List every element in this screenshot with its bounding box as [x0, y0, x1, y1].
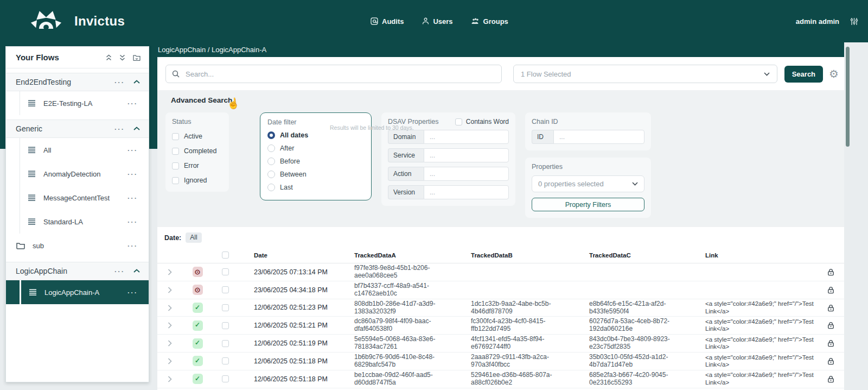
radio-button[interactable] [267, 171, 275, 178]
checkbox-active[interactable]: Active [172, 133, 222, 140]
lock-icon[interactable] [827, 339, 834, 347]
cell-link: <a style="color:#42a6e9;" href="/">Test … [694, 335, 817, 352]
radio-button[interactable] [267, 144, 275, 152]
sidebar-item-sub[interactable]: sub ··· [6, 234, 149, 257]
row-checkbox[interactable] [222, 375, 229, 382]
cell-link [694, 271, 817, 273]
ellipsis-menu-icon[interactable]: ··· [127, 194, 138, 202]
lock-icon[interactable] [827, 357, 834, 365]
sidebar-item-e2e-testing-la[interactable]: E2E-Testing-LA ··· [6, 91, 149, 115]
search-button[interactable]: Search [784, 66, 823, 83]
ellipsis-menu-icon[interactable]: ··· [114, 267, 125, 275]
lock-icon[interactable] [827, 322, 834, 329]
radio-button[interactable] [267, 184, 275, 191]
flow-selector-dropdown[interactable]: 1 Flow Selected [513, 65, 777, 83]
nav-audits[interactable]: Audits [371, 17, 404, 26]
checkbox-completed[interactable]: Completed [172, 147, 222, 155]
lock-icon[interactable] [827, 304, 834, 312]
row-expand-chevron[interactable] [168, 322, 172, 329]
ellipsis-menu-icon[interactable]: ··· [127, 146, 138, 154]
select-all-checkbox[interactable] [222, 251, 229, 259]
user-name[interactable]: admin admin [796, 17, 839, 26]
contains-word-checkbox[interactable]: Contains Word [455, 118, 509, 125]
sidebar-item-logicappchain-a[interactable]: LogicAppChain-A ··· [6, 280, 149, 304]
advanced-search-title[interactable]: Advanced Search [171, 96, 844, 104]
date-chip-value[interactable]: All [186, 232, 201, 243]
row-expand-chevron[interactable] [168, 287, 172, 293]
action-input[interactable]: ... [424, 167, 509, 181]
cell-trackeddataa: dc860a79-98f4-4f09-baac-dfaf640538f0 [344, 317, 461, 334]
table-body: ⊙ 23/06/2025 07:13:14 PM f97fe3f8-9e8d-4… [157, 263, 844, 390]
property-filters-button[interactable]: Property Filters [532, 198, 644, 211]
chevron-up-icon[interactable] [133, 269, 140, 273]
row-checkbox[interactable] [222, 304, 229, 311]
radio-button[interactable] [267, 158, 275, 165]
radio-after[interactable]: After [267, 144, 364, 152]
checkbox[interactable] [455, 118, 462, 125]
ellipsis-menu-icon[interactable]: ··· [127, 170, 138, 178]
row-expand-chevron[interactable] [168, 305, 172, 311]
cell-trackeddatac: 843dc0b4-7be3-4809-8923-e23c75df2835 [578, 335, 694, 352]
search-input[interactable] [184, 70, 495, 79]
ellipsis-menu-icon[interactable]: ··· [127, 99, 138, 108]
sidebar-item-standard-la[interactable]: Standard-LA ··· [6, 210, 149, 234]
nav-groups[interactable]: Groups [471, 17, 508, 26]
ellipsis-menu-icon[interactable]: ··· [127, 242, 138, 250]
nav-users[interactable]: Users [422, 17, 452, 26]
chain-id-input[interactable]: ... [553, 130, 644, 144]
radio-between[interactable]: Between [267, 171, 364, 178]
expand-all-icon[interactable] [119, 54, 125, 61]
row-expand-chevron[interactable] [168, 376, 172, 382]
sidebar-group-logicappchain[interactable]: LogicAppChain ··· [6, 262, 149, 280]
sidebar-item-messagecontenttest[interactable]: MessageContentTest ··· [6, 186, 149, 210]
lock-icon[interactable] [827, 375, 834, 383]
checkbox-error[interactable]: Error [172, 162, 222, 169]
collapse-all-icon[interactable] [106, 54, 112, 61]
sidebar-item-all[interactable]: All ··· [6, 138, 149, 162]
ellipsis-menu-icon[interactable]: ··· [114, 78, 125, 86]
version-input[interactable]: ... [424, 185, 509, 199]
radio-last[interactable]: Last [267, 184, 364, 191]
chevron-up-icon[interactable] [133, 80, 140, 84]
lock-icon[interactable] [827, 286, 834, 294]
checkbox[interactable] [172, 133, 179, 140]
radio-before[interactable]: Before [267, 158, 364, 165]
domain-input[interactable]: ... [424, 130, 509, 144]
sidebar-group-end2endtesting[interactable]: End2EndTesting ··· [6, 73, 149, 91]
sliders-icon[interactable] [850, 17, 858, 26]
main-panel: 1 Flow Selected Search ⚙ Advanced Search… [157, 57, 844, 390]
service-input[interactable]: ... [424, 148, 509, 162]
row-expand-chevron[interactable] [168, 358, 172, 364]
row-checkbox[interactable] [222, 322, 229, 329]
scrollbar-thumb[interactable] [846, 47, 850, 147]
cell-link [694, 289, 817, 291]
ellipsis-menu-icon[interactable]: ··· [114, 125, 125, 133]
ellipsis-menu-icon[interactable]: ··· [127, 218, 138, 226]
row-checkbox[interactable] [222, 268, 229, 275]
row-expand-chevron[interactable] [168, 269, 172, 275]
cell-date: 12/06/2025 02:51:18 PM [238, 374, 344, 384]
search-box[interactable] [165, 65, 502, 83]
checkbox[interactable] [172, 162, 179, 169]
lock-icon[interactable] [827, 268, 834, 276]
cell-trackeddataa: 5e5594e5-0068-463a-83e6-781834ac7261 [344, 335, 461, 352]
ellipsis-menu-icon[interactable]: ··· [127, 288, 138, 297]
checkbox-ignored[interactable]: Ignored [172, 177, 222, 184]
cell-trackeddatac: 35b03c10-05fd-452d-a1d2-4b7da71d47eb [578, 353, 694, 370]
chevron-up-icon[interactable] [133, 127, 140, 131]
gear-icon[interactable]: ⚙ [829, 68, 839, 79]
row-checkbox[interactable] [222, 286, 229, 293]
radio-all-dates[interactable]: All dates [267, 131, 364, 139]
sidebar-item-anomalydetection[interactable]: AnomalyDetection ··· [6, 162, 149, 186]
group-label: Generic [16, 124, 114, 133]
radio-button[interactable] [267, 131, 275, 139]
row-checkbox[interactable] [222, 357, 229, 364]
sidebar-group-generic[interactable]: Generic ··· [6, 119, 149, 138]
row-checkbox[interactable] [222, 340, 229, 347]
table-row: ✓ 12/06/2025 02:51:21 PM dc860a79-98f4-4… [157, 317, 844, 335]
row-expand-chevron[interactable] [168, 340, 172, 347]
folder-tree-icon[interactable] [133, 54, 141, 61]
checkbox[interactable] [172, 148, 179, 155]
checkbox[interactable] [172, 177, 179, 184]
properties-dropdown[interactable]: 0 properties selected [532, 175, 644, 192]
